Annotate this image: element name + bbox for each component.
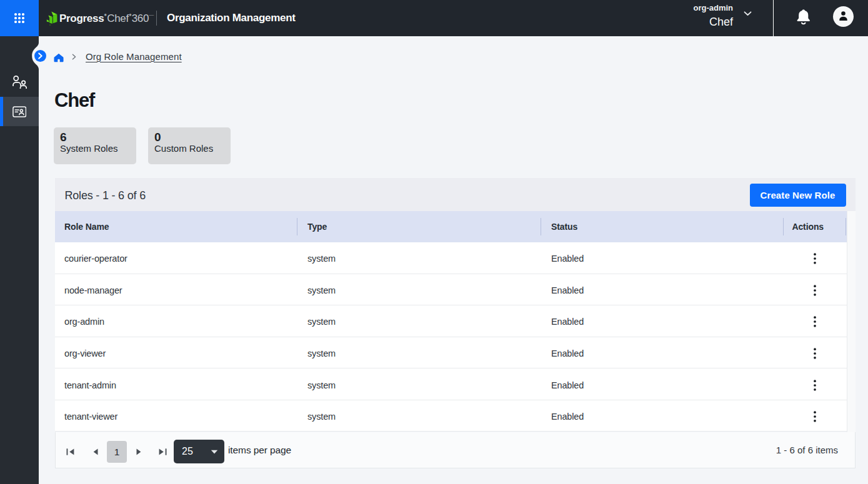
app-title: Organization Management (167, 0, 296, 36)
topbar-divider-right (773, 0, 774, 36)
row-actions-button[interactable] (806, 281, 824, 300)
cell-status: Enabled (541, 368, 783, 400)
next-page-button[interactable] (131, 444, 146, 459)
column-separator (846, 218, 846, 235)
row-actions-button[interactable] (806, 344, 824, 363)
page-size-select[interactable]: 25 (174, 440, 224, 463)
grid-scrollbar-track[interactable] (847, 211, 856, 432)
kebab-menu-icon (814, 316, 816, 327)
cell-type: system (297, 274, 541, 305)
table-row: node-managersystemEnabled (55, 274, 847, 306)
chevron-down-icon[interactable] (744, 11, 752, 16)
account-org: Chef (693, 15, 733, 29)
stat-cards: 6 System Roles 0 Custom Roles (54, 127, 231, 164)
row-actions-button[interactable] (806, 312, 824, 331)
roles-grid: Role Name Type Status Actions courier-op… (55, 211, 856, 432)
page-size-value: 25 (182, 440, 193, 463)
column-separator (297, 218, 297, 235)
bell-icon (796, 9, 812, 26)
user-menu-button[interactable] (833, 6, 854, 27)
breadcrumb-separator-icon (72, 54, 76, 60)
sidebar (0, 36, 39, 484)
cell-status: Enabled (541, 400, 783, 432)
column-separator (783, 218, 784, 235)
table-row: org-adminsystemEnabled (55, 305, 847, 337)
first-page-icon (66, 448, 74, 455)
column-header-type: Type (297, 211, 541, 242)
table-row: tenant-viewersystemEnabled (55, 400, 847, 432)
pagination-bar: 1 25 item (55, 432, 856, 468)
custom-roles-card: 0 Custom Roles (148, 127, 231, 164)
sidebar-item-users[interactable] (0, 67, 39, 97)
last-page-icon (159, 448, 167, 455)
topbar-divider (156, 11, 157, 26)
page-range-label: 1 - 6 of 6 items (776, 432, 838, 468)
dropdown-arrow-icon (211, 450, 218, 454)
brand-text: Progress●Chef●360— (59, 12, 154, 25)
home-icon (54, 53, 64, 62)
brand-logo: Progress●Chef●360— (46, 0, 154, 36)
account-role: org-admin (693, 3, 733, 12)
create-new-role-button[interactable]: Create New Role (750, 184, 846, 207)
cell-status: Enabled (541, 337, 783, 368)
cell-actions (783, 305, 847, 337)
kebab-menu-icon (814, 285, 816, 296)
kebab-menu-icon (814, 348, 816, 359)
cell-status: Enabled (541, 274, 783, 305)
breadcrumb-link-org-role-management[interactable]: Org Role Management (86, 51, 182, 62)
cell-type: system (297, 242, 541, 274)
column-header-role-name: Role Name (55, 211, 297, 242)
cell-type: system (297, 337, 541, 368)
cell-status: Enabled (541, 242, 783, 274)
custom-roles-label: Custom Roles (154, 142, 224, 154)
app-launcher-button[interactable] (0, 0, 39, 36)
sidebar-item-org-roles[interactable] (0, 97, 39, 126)
previous-page-icon (93, 448, 98, 455)
app-window: Progress●Chef●360— Organization Manageme… (0, 0, 868, 484)
cell-actions (783, 274, 847, 305)
last-page-button[interactable] (155, 444, 170, 459)
cell-actions (783, 368, 847, 400)
cell-role-name: node-manager (55, 274, 297, 305)
cell-type: system (297, 400, 541, 432)
cell-status: Enabled (541, 305, 783, 337)
current-page-button[interactable]: 1 (107, 441, 127, 463)
user-avatar-icon (833, 6, 854, 27)
breadcrumb-home-link[interactable] (54, 53, 64, 62)
id-card-icon (12, 106, 27, 117)
cell-role-name: org-admin (55, 305, 297, 337)
cell-role-name: tenant-admin (55, 368, 297, 400)
account-switcher[interactable]: org-admin Chef (693, 3, 733, 29)
kebab-menu-icon (814, 411, 816, 422)
kebab-menu-icon (814, 253, 816, 264)
cell-role-name: org-viewer (55, 337, 297, 368)
cell-type: system (297, 368, 541, 400)
cell-type: system (297, 305, 541, 337)
cell-actions (783, 242, 847, 274)
page-title: Chef (54, 89, 94, 112)
table-row: tenant-adminsystemEnabled (55, 368, 847, 400)
notifications-button[interactable] (796, 9, 812, 26)
grid-toolbar: Roles - 1 - 6 of 6 Create New Role (55, 178, 856, 211)
cell-actions (783, 337, 847, 368)
main-content: Org Role Management Chef 6 System Roles … (39, 36, 868, 484)
system-roles-card: 6 System Roles (54, 127, 136, 164)
grid-body: courier-operatorsystemEnablednode-manage… (55, 242, 847, 432)
previous-page-button[interactable] (88, 444, 103, 459)
next-page-icon (136, 448, 141, 455)
sidebar-expand-button[interactable] (34, 50, 46, 62)
roles-panel: Roles - 1 - 6 of 6 Create New Role Role … (55, 178, 856, 468)
row-actions-button[interactable] (806, 376, 824, 395)
breadcrumb: Org Role Management (54, 51, 182, 61)
cell-actions (783, 400, 847, 432)
first-page-button[interactable] (62, 444, 77, 459)
progress-logo-icon (46, 11, 57, 26)
column-header-actions: Actions (783, 211, 846, 242)
kebab-menu-icon (814, 380, 816, 391)
users-icon (12, 76, 27, 89)
row-actions-button[interactable] (806, 249, 824, 268)
waffle-menu-icon (14, 12, 25, 24)
system-roles-label: System Roles (60, 142, 130, 154)
row-actions-button[interactable] (806, 407, 824, 426)
column-separator (541, 218, 541, 235)
